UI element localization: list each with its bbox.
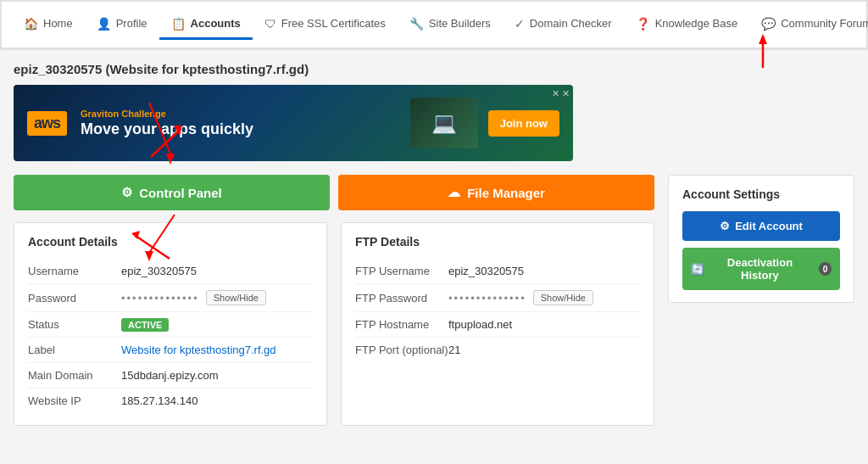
website-ip-row: Website IP 185.27.134.140: [28, 389, 313, 413]
ftp-username-value: epiz_30320575: [448, 265, 640, 277]
ad-main-text: Move your apps quickly: [81, 120, 400, 138]
deactivation-history-button[interactable]: 🔄 Deactivation History 0: [682, 248, 840, 290]
ftp-password-dots: ••••••••••••••: [448, 292, 526, 305]
aws-logo: aws: [27, 111, 67, 136]
account-settings-card: Account Settings ⚙ Edit Account 🔄 Deacti…: [668, 175, 854, 303]
ftp-username-row: FTP Username epiz_30320575: [355, 259, 640, 284]
nav-item-domain-checker[interactable]: ✓ Domain Checker: [503, 10, 624, 40]
status-badge: ACTIVE: [121, 318, 169, 332]
top-navigation: 🏠 Home 👤 Profile 📋 Accounts 🛡 Free SSL C…: [2, 2, 866, 48]
nav-item-accounts[interactable]: 📋 Accounts: [159, 10, 253, 40]
ftp-port-value: 21: [448, 344, 640, 356]
action-buttons: ⚙ Control Panel ☁ File Manager: [14, 175, 654, 210]
control-panel-button[interactable]: ⚙ Control Panel: [14, 175, 330, 210]
ftp-password-show-hide-button[interactable]: Show/Hide: [533, 290, 593, 305]
ftp-details-title: FTP Details: [355, 235, 640, 249]
nav-item-free-ssl[interactable]: 🛡 Free SSL Certificates: [253, 10, 398, 40]
nav-label-accounts: Accounts: [191, 17, 241, 30]
website-ip-label: Website IP: [28, 394, 121, 407]
username-label: Username: [28, 265, 121, 277]
deactivation-label: Deactivation History: [709, 256, 810, 282]
nav-item-community-forum[interactable]: 💬 Community Forum: [749, 10, 868, 40]
label-label: Label: [28, 344, 121, 356]
password-value: •••••••••••••• Show/Hide: [121, 290, 313, 305]
knowledge-icon: ❓: [636, 17, 650, 31]
accounts-icon: 📋: [171, 17, 186, 31]
ftp-details-card: FTP Details FTP Username epiz_30320575 F…: [341, 222, 654, 426]
nav-item-home[interactable]: 🏠 Home: [12, 10, 85, 40]
nav-label-community-forum: Community Forum: [781, 17, 868, 30]
edit-account-icon: ⚙: [720, 220, 730, 232]
site-builders-icon: 🔧: [409, 17, 424, 31]
password-show-hide-button[interactable]: Show/Hide: [206, 290, 266, 305]
main-domain-row: Main Domain 15dbdanj.epizy.com: [28, 363, 313, 389]
control-panel-label: Control Panel: [139, 186, 222, 200]
file-manager-icon: ☁: [448, 185, 460, 200]
username-value: epiz_30320575: [121, 265, 313, 277]
settings-title: Account Settings: [682, 187, 840, 201]
deactivation-badge: 0: [819, 262, 832, 276]
nav-label-site-builders: Site Builders: [429, 17, 491, 30]
status-row: Status ACTIVE: [28, 312, 313, 338]
edit-account-button[interactable]: ⚙ Edit Account: [682, 211, 840, 241]
nav-label-profile: Profile: [116, 17, 147, 30]
password-dots: ••••••••••••••: [121, 292, 199, 305]
nav-label-knowledge-base: Knowledge Base: [655, 17, 738, 30]
nav-label-domain-checker: Domain Checker: [530, 17, 612, 30]
aws-logo-text: aws: [27, 111, 67, 136]
control-panel-icon: ⚙: [121, 185, 132, 200]
status-label: Status: [28, 318, 121, 331]
ad-text: Graviton Challenge Move your apps quickl…: [81, 109, 400, 138]
label-value: Website for kptesthosting7.rf.gd: [121, 344, 313, 356]
ad-chip-image: 💻: [410, 98, 478, 148]
ssl-icon: 🛡: [264, 17, 276, 31]
home-icon: 🏠: [24, 17, 38, 31]
ftp-hostname-label: FTP Hostname: [355, 318, 448, 331]
account-details-title: Account Details: [28, 235, 313, 249]
profile-icon: 👤: [97, 17, 111, 31]
account-details-card: Account Details Username epiz_30320575 P…: [14, 222, 327, 426]
main-domain-label: Main Domain: [28, 369, 121, 382]
nav-item-site-builders[interactable]: 🔧 Site Builders: [398, 10, 503, 40]
ftp-password-value: •••••••••••••• Show/Hide: [448, 290, 640, 305]
website-ip-value: 185.27.134.140: [121, 394, 313, 407]
nav-label-free-ssl: Free SSL Certificates: [281, 17, 386, 30]
forum-icon: 💬: [761, 17, 776, 31]
ftp-password-row: FTP Password •••••••••••••• Show/Hide: [355, 284, 640, 312]
edit-account-label: Edit Account: [735, 220, 803, 232]
label-link[interactable]: Website for kptesthosting7.rf.gd: [121, 344, 276, 356]
ftp-password-label: FTP Password: [355, 292, 448, 305]
label-row: Label Website for kptesthosting7.rf.gd: [28, 338, 313, 363]
password-label: Password: [28, 292, 121, 305]
nav-item-knowledge-base[interactable]: ❓ Knowledge Base: [624, 10, 750, 40]
file-manager-button[interactable]: ☁ File Manager: [338, 175, 654, 210]
domain-icon: ✓: [515, 17, 525, 31]
nav-item-profile[interactable]: 👤 Profile: [85, 10, 159, 40]
ad-close-button[interactable]: ✕ ✕: [552, 88, 570, 99]
ftp-port-row: FTP Port (optional) 21: [355, 338, 640, 362]
username-row: Username epiz_30320575: [28, 259, 313, 284]
main-domain-value: 15dbdanj.epizy.com: [121, 369, 313, 382]
ad-subtitle: Graviton Challenge: [81, 109, 400, 119]
password-row: Password •••••••••••••• Show/Hide: [28, 284, 313, 312]
deactivation-icon: 🔄: [691, 263, 704, 276]
ad-banner: ✕ ✕ aws Graviton Challenge Move your app…: [14, 85, 573, 161]
ftp-port-label: FTP Port (optional): [355, 344, 448, 356]
status-value: ACTIVE: [121, 318, 313, 331]
page-title: epiz_30320575 (Website for kptesthosting…: [14, 62, 854, 76]
ftp-hostname-value: ftpupload.net: [448, 318, 640, 331]
ad-cta-button[interactable]: Join now: [488, 110, 559, 137]
file-manager-label: File Manager: [467, 186, 545, 200]
ftp-username-label: FTP Username: [355, 265, 448, 277]
nav-label-home: Home: [43, 17, 73, 30]
ftp-hostname-row: FTP Hostname ftpupload.net: [355, 312, 640, 338]
